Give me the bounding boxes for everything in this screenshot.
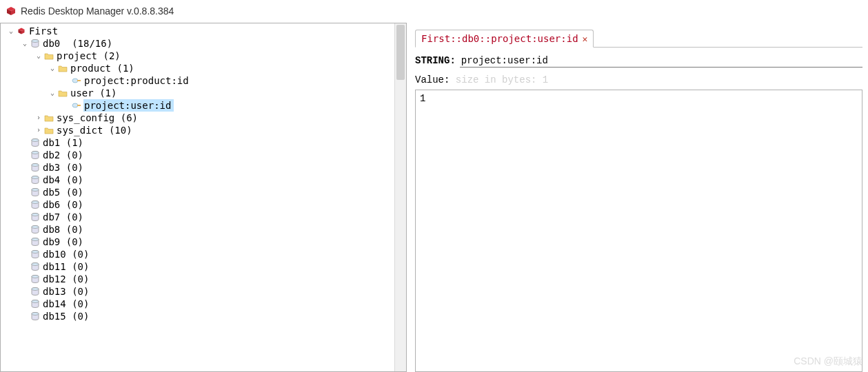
tree-panel[interactable]: ⌄ First ⌄ db0 (18/16) ⌄ bbox=[0, 23, 407, 372]
svg-point-29 bbox=[32, 276, 39, 278]
database-icon bbox=[30, 299, 41, 309]
tree-label: db13 (0) bbox=[42, 285, 92, 298]
tab-row: First::db0::project:user:id ✕ bbox=[415, 30, 862, 48]
folder-icon bbox=[57, 63, 68, 73]
tree-label: db8 (0) bbox=[42, 223, 86, 236]
key-icon bbox=[71, 76, 82, 85]
svg-point-25 bbox=[32, 251, 39, 254]
tree-label: project:user:id bbox=[83, 99, 174, 112]
folder-icon bbox=[43, 125, 54, 135]
value-textarea[interactable]: 1 bbox=[415, 90, 862, 372]
chevron-right-icon[interactable]: › bbox=[34, 112, 43, 124]
chevron-down-icon[interactable]: ⌄ bbox=[48, 87, 57, 99]
database-icon bbox=[30, 150, 41, 160]
svg-point-23 bbox=[32, 238, 39, 241]
database-icon bbox=[30, 212, 41, 222]
redis-icon bbox=[16, 26, 27, 36]
folder-icon bbox=[43, 113, 54, 123]
svg-point-13 bbox=[32, 176, 39, 179]
svg-point-11 bbox=[32, 164, 39, 167]
tree-label: sys_dict (10) bbox=[56, 124, 135, 136]
svg-point-35 bbox=[32, 313, 39, 316]
tree-label: db15 (0) bbox=[42, 310, 92, 322]
tree-db[interactable]: db1 (1) bbox=[1, 136, 406, 149]
detail-panel: First::db0::project:user:id ✕ STRING: Va… bbox=[407, 23, 868, 372]
scrollbar-thumb[interactable] bbox=[396, 25, 405, 80]
tree-db[interactable]: db8 (0) bbox=[1, 223, 406, 236]
svg-point-33 bbox=[32, 300, 39, 303]
svg-point-27 bbox=[32, 263, 39, 266]
tree-db[interactable]: db9 (0) bbox=[1, 236, 406, 248]
tree-db[interactable]: db2 (0) bbox=[1, 149, 406, 161]
tree-label: db9 (0) bbox=[42, 236, 86, 248]
chevron-down-icon[interactable]: ⌄ bbox=[48, 62, 57, 74]
svg-point-4 bbox=[72, 103, 78, 107]
tree-folder-project[interactable]: ⌄ project (2) bbox=[1, 50, 406, 62]
tree-db[interactable]: db14 (0) bbox=[1, 298, 406, 310]
close-icon[interactable]: ✕ bbox=[583, 34, 588, 44]
size-hint: size in bytes: 1 bbox=[456, 74, 548, 85]
tree-label: db11 (0) bbox=[42, 260, 92, 273]
tree-label: db7 (0) bbox=[42, 211, 86, 223]
tree-label: sys_config (6) bbox=[56, 112, 141, 124]
key-name-input[interactable] bbox=[460, 54, 862, 68]
database-icon bbox=[30, 200, 41, 209]
folder-icon bbox=[57, 88, 68, 98]
database-icon bbox=[30, 163, 41, 172]
tree-db[interactable]: db5 (0) bbox=[1, 186, 406, 198]
database-icon bbox=[30, 175, 41, 185]
svg-point-17 bbox=[32, 201, 39, 204]
tree-label: db6 (0) bbox=[42, 198, 86, 211]
tree-db[interactable]: db7 (0) bbox=[1, 211, 406, 223]
app-icon bbox=[6, 6, 17, 17]
chevron-down-icon[interactable]: ⌄ bbox=[34, 50, 43, 62]
tree-label: db12 (0) bbox=[42, 273, 92, 285]
tree-db[interactable]: db15 (0) bbox=[1, 310, 406, 322]
tree-folder-sys-config[interactable]: › sys_config (6) bbox=[1, 112, 406, 124]
tree-label: db0 (18/16) bbox=[42, 37, 115, 50]
database-icon bbox=[30, 249, 41, 259]
key-icon bbox=[71, 101, 82, 110]
tree-key-user-id[interactable]: project:user:id bbox=[1, 99, 406, 112]
tree-db[interactable]: db12 (0) bbox=[1, 273, 406, 285]
type-label: STRING: bbox=[415, 55, 456, 66]
svg-rect-3 bbox=[77, 80, 81, 81]
svg-rect-5 bbox=[77, 105, 81, 106]
database-icon bbox=[30, 237, 41, 247]
tree-label: project:product:id bbox=[83, 74, 192, 87]
tree-label: db3 (0) bbox=[42, 161, 86, 174]
chevron-down-icon[interactable]: ⌄ bbox=[20, 37, 30, 50]
svg-point-21 bbox=[32, 226, 39, 229]
svg-point-9 bbox=[32, 152, 39, 154]
tree-label: db4 (0) bbox=[42, 174, 86, 186]
tab-title: First::db0::project:user:id bbox=[421, 33, 578, 44]
tree-folder-sys-dict[interactable]: › sys_dict (10) bbox=[1, 124, 406, 136]
svg-point-1 bbox=[32, 40, 39, 43]
tree-label: First bbox=[28, 25, 61, 37]
tree-db[interactable]: db3 (0) bbox=[1, 161, 406, 174]
tree-db[interactable]: db13 (0) bbox=[1, 285, 406, 298]
database-icon bbox=[30, 225, 41, 234]
tree-db[interactable]: db10 (0) bbox=[1, 248, 406, 260]
svg-point-7 bbox=[32, 139, 39, 142]
tree-label: product (1) bbox=[70, 62, 137, 74]
tree-label: project (2) bbox=[56, 50, 123, 62]
tree-label: user (1) bbox=[70, 87, 119, 99]
app-title: Redis Desktop Manager v.0.8.8.384 bbox=[21, 6, 174, 17]
chevron-down-icon[interactable]: ⌄ bbox=[6, 25, 16, 37]
tree-label: db5 (0) bbox=[42, 186, 86, 198]
tree-db[interactable]: db11 (0) bbox=[1, 260, 406, 273]
chevron-right-icon[interactable]: › bbox=[34, 124, 43, 136]
tree-folder-user[interactable]: ⌄ user (1) bbox=[1, 87, 406, 99]
tree-folder-product[interactable]: ⌄ product (1) bbox=[1, 62, 406, 74]
tree-db0[interactable]: ⌄ db0 (18/16) bbox=[1, 37, 406, 50]
tree-connection[interactable]: ⌄ First bbox=[1, 25, 406, 37]
tree-label: db1 (1) bbox=[42, 136, 86, 149]
database-icon bbox=[30, 187, 41, 197]
scrollbar[interactable] bbox=[394, 23, 406, 371]
database-icon bbox=[30, 311, 41, 321]
tree-db[interactable]: db6 (0) bbox=[1, 198, 406, 211]
tree-db[interactable]: db4 (0) bbox=[1, 174, 406, 186]
tree-key-product-id[interactable]: project:product:id bbox=[1, 74, 406, 87]
tab-key[interactable]: First::db0::project:user:id ✕ bbox=[415, 30, 594, 48]
